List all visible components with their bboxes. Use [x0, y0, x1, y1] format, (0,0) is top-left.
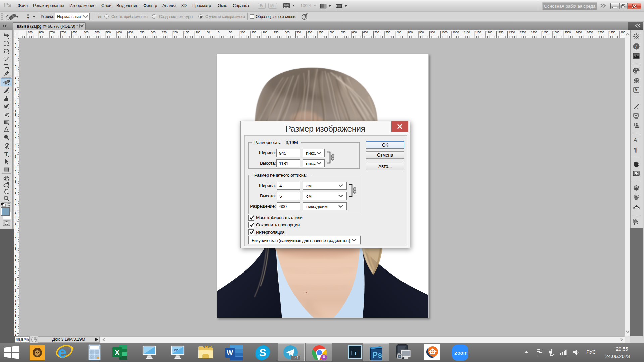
svg-text:T: T: [4, 151, 8, 157]
svg-text:Ps: Ps: [372, 350, 382, 359]
svg-text:fx: fx: [635, 88, 638, 92]
svg-text:Lr: Lr: [351, 349, 357, 357]
svg-text:e: e: [58, 344, 67, 361]
svg-text:X: X: [115, 348, 120, 357]
svg-text:zoom: zoom: [454, 350, 468, 356]
svg-text:¶: ¶: [634, 147, 637, 153]
svg-text:S: S: [259, 347, 266, 359]
svg-text:W: W: [227, 349, 233, 356]
svg-text:A: A: [634, 137, 637, 143]
svg-text:v.2: v.2: [174, 348, 178, 352]
svg-text:0: 0: [97, 346, 98, 349]
svg-text:i: i: [635, 44, 637, 49]
